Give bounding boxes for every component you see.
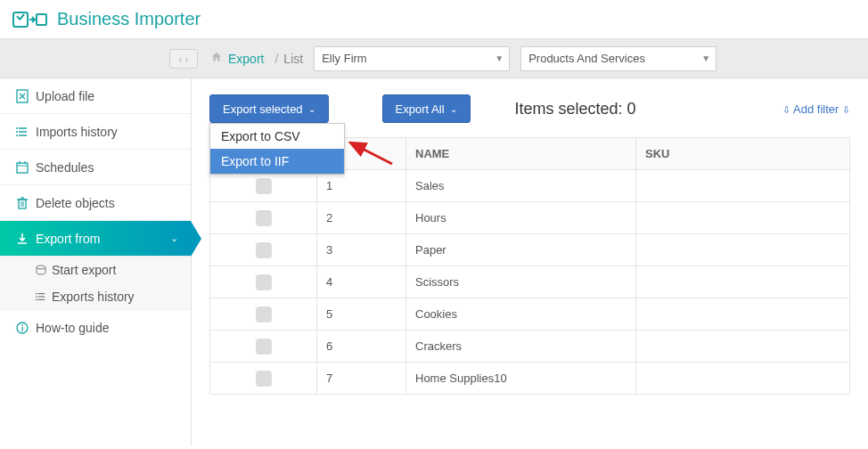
svg-point-24 (36, 292, 37, 294)
table-row[interactable]: 4Scissors (210, 266, 850, 298)
table-row[interactable]: 5Cookies (210, 298, 850, 331)
table-row[interactable]: 7Home Supplies10 (210, 363, 850, 395)
row-sku-cell (636, 202, 850, 234)
list-icon (12, 126, 32, 138)
home-icon[interactable] (210, 51, 223, 66)
svg-point-20 (37, 265, 45, 269)
caret-down-icon: ▼ (701, 53, 710, 63)
row-checkbox[interactable] (256, 242, 272, 258)
row-index-cell: 6 (317, 331, 406, 363)
row-checkbox-cell (210, 331, 317, 363)
row-name-cell: Scissors (406, 266, 636, 298)
svg-rect-15 (19, 200, 26, 208)
table-row[interactable]: 3Paper (210, 234, 850, 266)
svg-rect-3 (37, 14, 46, 25)
sidebar-item-export-from[interactable]: Export from ⌄ (0, 221, 191, 257)
caret-down-icon: ⌄ (450, 104, 457, 114)
company-select[interactable]: Elly Firm ▼ (314, 46, 510, 71)
file-excel-icon (12, 89, 32, 103)
brand-title: Business Importer (57, 9, 201, 29)
caret-down-icon: ⌄ (308, 104, 315, 114)
row-sku-cell (636, 234, 850, 266)
row-checkbox-cell (210, 298, 317, 331)
sidebar-subitem-exports-history[interactable]: Exports history (0, 283, 191, 310)
sidebar-item-imports-history[interactable]: Imports history (0, 114, 191, 150)
calendar-icon (12, 161, 32, 174)
dropdown-item-iif[interactable]: Export to IIF (210, 149, 344, 174)
row-checkbox[interactable] (256, 178, 272, 194)
sidebar-item-schedules[interactable]: Schedules (0, 150, 191, 185)
sidebar-subitem-start-export[interactable]: Start export (0, 257, 191, 283)
svg-point-10 (16, 135, 18, 136)
sidebar-item-label: Start export (52, 263, 116, 277)
row-name-cell: Paper (406, 234, 636, 266)
export-selected-button[interactable]: Export selected ⌄ (209, 94, 329, 123)
row-checkbox-cell (210, 234, 317, 266)
add-filter-label: Add filter (793, 102, 839, 116)
row-sku-cell (636, 363, 850, 395)
sidebar: Upload file Imports history Schedules De… (0, 78, 192, 445)
arrow-down-icon: ⇩ (842, 104, 850, 115)
company-select-value: Elly Firm (322, 52, 367, 65)
row-checkbox-cell (210, 363, 317, 395)
button-label: Export selected (223, 102, 303, 116)
row-checkbox[interactable] (256, 210, 272, 226)
sidebar-item-label: Delete objects (36, 196, 115, 210)
layout: Upload file Imports history Schedules De… (0, 78, 868, 445)
header-name-cell[interactable]: NAME (406, 138, 636, 170)
type-select[interactable]: Products And Services ▼ (520, 46, 717, 71)
brand-logo (12, 10, 48, 29)
row-index-cell: 5 (317, 298, 406, 331)
items-table: NAME SKU 1Sales2Hours3Paper4Scissors5Coo… (209, 137, 850, 395)
sidebar-item-label: Export from (36, 232, 100, 246)
items-selected-label: Items selected: (515, 100, 623, 118)
row-checkbox-cell (210, 266, 317, 298)
row-checkbox[interactable] (256, 371, 272, 387)
row-name-cell: Hours (406, 202, 636, 234)
row-index-cell: 4 (317, 266, 406, 298)
row-index-cell: 3 (317, 234, 406, 266)
arrow-down-icon: ⇩ (782, 104, 790, 115)
svg-point-25 (36, 296, 37, 298)
dropdown-item-csv[interactable]: Export to CSV (210, 124, 344, 149)
toolbar: Export selected ⌄ Export to CSV Export t… (209, 94, 850, 123)
row-checkbox[interactable] (256, 274, 272, 290)
sidebar-item-label: Schedules (36, 160, 94, 175)
row-index-cell: 7 (317, 363, 406, 395)
row-sku-cell (636, 170, 850, 202)
row-sku-cell (636, 331, 850, 363)
row-name-cell: Crackers (406, 331, 636, 363)
row-sku-cell (636, 266, 850, 298)
row-name-cell: Home Supplies10 (406, 363, 636, 395)
table-row[interactable]: 6Crackers (210, 331, 850, 363)
history-nav-buttons[interactable]: ‹ › (169, 49, 198, 69)
download-icon (12, 233, 32, 245)
chevron-down-icon: ⌄ (170, 233, 178, 244)
row-checkbox[interactable] (256, 306, 272, 322)
list-icon (36, 291, 52, 302)
sidebar-item-upload[interactable]: Upload file (0, 78, 191, 114)
sidebar-item-delete-objects[interactable]: Delete objects (0, 185, 191, 221)
breadcrumb-list: List (283, 52, 303, 66)
type-select-value: Products And Services (528, 52, 645, 65)
items-selected-indicator: Items selected: 0 (515, 100, 636, 118)
header-sku-cell[interactable]: SKU (636, 138, 850, 170)
row-name-cell: Sales (406, 170, 636, 202)
table-row[interactable]: 2Hours (210, 202, 850, 234)
sidebar-item-label: Upload file (36, 89, 94, 103)
trash-icon (12, 197, 32, 209)
breadcrumb-export[interactable]: Export (228, 52, 264, 66)
sidebar-item-howto[interactable]: How-to guide (0, 310, 191, 346)
top-toolbar: ‹ › Export / List Elly Firm ▼ Products A… (0, 39, 868, 78)
row-checkbox[interactable] (256, 339, 272, 355)
svg-point-28 (21, 324, 23, 326)
main-content: Export selected ⌄ Export to CSV Export t… (192, 78, 868, 445)
brand-header: Business Importer (0, 0, 868, 39)
svg-point-9 (16, 131, 18, 133)
row-sku-cell (636, 298, 850, 331)
add-filter-link[interactable]: ⇩ Add filter ⇩ (782, 102, 850, 116)
database-icon (36, 265, 52, 275)
row-checkbox-cell (210, 202, 317, 234)
info-icon (12, 322, 32, 334)
sidebar-item-label: How-to guide (36, 321, 110, 335)
